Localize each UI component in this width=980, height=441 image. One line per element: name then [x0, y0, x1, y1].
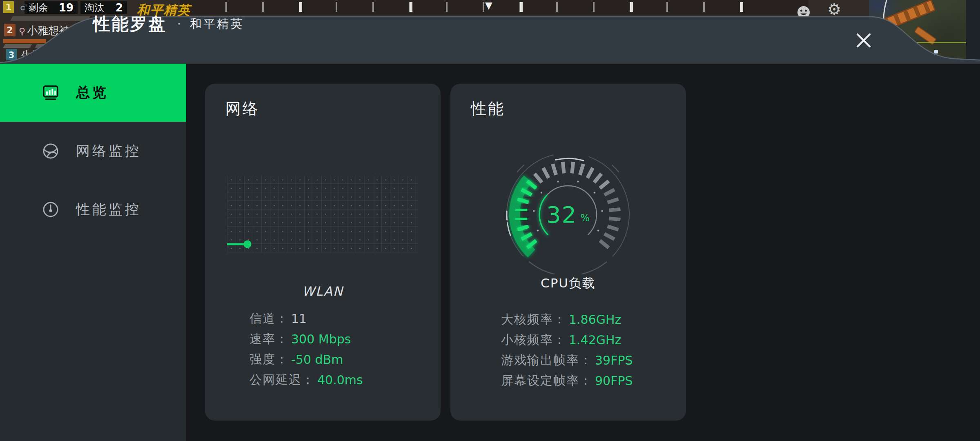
gauge-icon [41, 200, 60, 219]
stat-label: 屏幕设定帧率： [501, 372, 592, 389]
stat-row-big-core: 大核频率： 1.86GHz [501, 309, 633, 330]
performance-card: 性能 32 % CPU负载 [450, 84, 686, 421]
stat-label: 小核频率： [501, 332, 566, 348]
stat-value: 1.42GHz [569, 333, 621, 347]
cpu-load-value: 32 [546, 201, 577, 228]
x-close-icon [854, 31, 873, 50]
stat-value: 300 Mbps [291, 332, 351, 346]
stat-label: 信道： [249, 310, 289, 327]
sidebar-item-label: 性能监控 [76, 200, 141, 219]
stat-label: 公网延迟： [249, 372, 315, 388]
main-content: 网络 WLAN 信道： 11 速率： 300 Mbps [186, 63, 980, 441]
cpu-load-gauge: 32 % [499, 145, 637, 284]
stat-row-signal: 强度： -50 dBm [249, 349, 363, 370]
sidebar-item-network-monitor[interactable]: 网络监控 [0, 122, 186, 180]
performance-stats: 大核频率： 1.86GHz 小核频率： 1.42GHz 游戏输出帧率： 39FP… [501, 309, 633, 391]
cpu-load-unit: % [580, 212, 590, 224]
overlay-title: 性能罗盘 [93, 13, 167, 36]
stat-row-channel: 信道： 11 [249, 308, 363, 329]
monitor-chart-icon [41, 83, 60, 102]
sidebar: 总览 网络监控 [0, 63, 186, 441]
stat-value: 1.86GHz [569, 312, 621, 327]
stat-row-latency: 公网延迟： 40.0ms [249, 370, 363, 390]
title-separator: · [177, 17, 181, 31]
sidebar-item-performance-monitor[interactable]: 性能监控 [0, 180, 186, 238]
stat-row-game-fps: 游戏输出帧率： 39FPS [501, 350, 633, 370]
close-button[interactable] [854, 31, 873, 50]
stat-value: 11 [291, 312, 307, 326]
cpu-load-label: CPU负载 [450, 275, 686, 292]
network-stats: 信道： 11 速率： 300 Mbps 强度： -50 dBm 公网延迟： 40… [249, 308, 363, 390]
latency-chart [227, 176, 418, 252]
gauge-value-group: 32 % [499, 145, 637, 284]
globe-icon [41, 141, 60, 161]
stat-value: -50 dBm [291, 352, 343, 367]
stat-label: 大核频率： [501, 311, 566, 328]
stat-row-small-core: 小核频率： 1.42GHz [501, 330, 633, 350]
overlay-subtitle: 和平精英 [190, 16, 244, 32]
performance-compass-overlay-screen: 1 ♂ 剩余 19 淘汰 2 和平精英 ▼ ⚙ 2 ♀小雅想被偏爱 [0, 0, 980, 441]
overlay-body: 总览 网络监控 [0, 63, 980, 441]
stat-label: 游戏输出帧率： [501, 352, 592, 369]
stat-row-speed: 速率： 300 Mbps [249, 329, 363, 349]
stat-value: 40.0ms [317, 373, 363, 387]
stat-value: 90FPS [595, 374, 633, 388]
sidebar-item-label: 总览 [76, 83, 109, 102]
stat-row-screen-fps: 屏幕设定帧率： 90FPS [501, 370, 633, 391]
stat-label: 强度： [249, 351, 289, 368]
network-card: 网络 WLAN 信道： 11 速率： 300 Mbps [205, 84, 441, 421]
overlay-header-bar: 性能罗盘 · 和平精英 [0, 1, 980, 47]
network-card-title: 网络 [225, 98, 260, 119]
sidebar-item-overview[interactable]: 总览 [0, 63, 186, 122]
connection-type-label: WLAN [205, 284, 441, 298]
sidebar-item-label: 网络监控 [76, 142, 141, 160]
stat-value: 39FPS [595, 353, 633, 368]
stat-label: 速率： [249, 331, 289, 347]
performance-card-title: 性能 [471, 98, 505, 119]
